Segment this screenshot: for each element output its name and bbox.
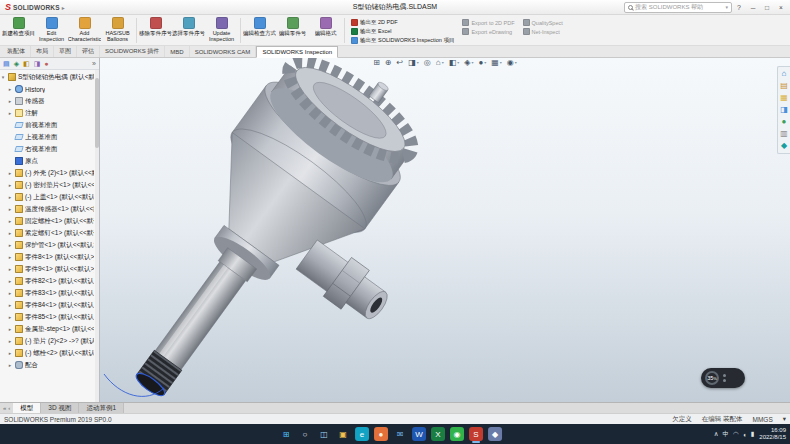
edit-inspection-method-button[interactable]: 编辑检查方式 (243, 16, 276, 45)
edit-inspection-button[interactable]: Edit Inspection (35, 16, 68, 45)
bottom-tab-0[interactable]: 模型 (13, 403, 41, 413)
tree-item[interactable]: 原点 (0, 155, 99, 167)
export-inspection-project-cn-button[interactable]: 输出至 SOLIDWORKS Inspection 项目 (351, 37, 454, 44)
file-explorer-icon[interactable]: ▣ (336, 427, 350, 441)
expand-arrow-icon[interactable]: ▸ (7, 98, 13, 104)
tab-2[interactable]: 草图 (54, 46, 77, 57)
tree-item[interactable]: ▸零件8<1> (默认<<默认>_显示状态 (0, 251, 99, 263)
tab-0[interactable]: 装配体 (2, 46, 31, 57)
graphics-viewport[interactable]: ⊞⊕↩◨▾◎⌂▾◧▾◈▾●▾▦▾◉▾ ⌂▤▦◨●▥◆ 35% (100, 58, 790, 402)
tree-item[interactable]: ▸(-) 垫片 (2)<2> ->? (默认<<默认>_显 (0, 335, 99, 347)
hide-show-items-icon[interactable]: ◈▾ (464, 59, 473, 67)
design-library-icon[interactable]: ▤ (780, 82, 788, 90)
excel-icon[interactable]: X (431, 427, 445, 441)
tree-scrollbar-thumb[interactable] (95, 78, 99, 148)
expand-arrow-icon[interactable]: ▸ (7, 254, 13, 260)
expand-arrow-icon[interactable]: ▾ (0, 74, 6, 80)
tree-item[interactable]: ▸紧定螺钉<1> (默认<<默认>_显示状态 (0, 227, 99, 239)
expand-arrow-icon[interactable]: ▸ (7, 314, 13, 320)
taskbar-clock[interactable]: 16:09 2022/8/15 (759, 427, 786, 442)
tree-scrollbar[interactable] (95, 70, 99, 402)
tree-item[interactable]: ▸零件82<1> (默认<<默认>_显示状态 (0, 275, 99, 287)
annotation-view-icon[interactable]: ◎ (424, 59, 431, 67)
section-view-icon[interactable]: ◨▾ (408, 59, 419, 67)
battery-icon[interactable]: ▮ (751, 430, 755, 438)
word-icon[interactable]: W (412, 427, 426, 441)
panel-expand-icon[interactable]: » (92, 60, 96, 67)
bottom-tab-1[interactable]: 3D 视图 (41, 403, 79, 413)
tab-scroll-icon[interactable]: « (3, 405, 6, 411)
search-icon[interactable]: ○ (298, 427, 312, 441)
select-balloons-button[interactable]: 选择零件序号 (172, 16, 205, 45)
update-inspection-project-button[interactable]: Update Inspection Project (205, 16, 238, 45)
tree-item[interactable]: ▸零件85<1> (默认<<默认>_显示状态 (0, 311, 99, 323)
expand-arrow-icon[interactable]: ▸ (7, 182, 13, 188)
mail-icon[interactable]: ✉ (393, 427, 407, 441)
solidworks-logo[interactable]: S SOLIDWORKS ▸ (2, 3, 68, 12)
tree-item[interactable]: ▸零件9<1> (默认<<默认>_显示状态 (0, 263, 99, 275)
tree-item[interactable]: ▸(-) 上盖<1> (默认<<默认>_显示状态 (0, 191, 99, 203)
expand-arrow-icon[interactable]: ▸ (7, 206, 13, 212)
settings-icon[interactable]: ◆ (488, 427, 502, 441)
previous-view-icon[interactable]: ↩ (397, 59, 404, 67)
expand-arrow-icon[interactable]: ▸ (7, 170, 13, 176)
expand-arrow-icon[interactable]: ▸ (7, 242, 13, 248)
tree-item[interactable]: ▸保护管<1> (默认<<默认>_显示状态 (0, 239, 99, 251)
forum-icon[interactable]: ◆ (781, 142, 787, 150)
bottom-tab-2[interactable]: 运动算例1 (79, 403, 124, 413)
expand-arrow-icon[interactable]: ▸ (7, 326, 13, 332)
tree-item[interactable]: ▾S型铂铑铂热电偶 (默认<默认_显示状态-1>) (0, 71, 99, 83)
tree-item[interactable]: ▸固定螺栓<1> (默认<<默认>_显示状态 (0, 215, 99, 227)
tree-item[interactable]: ▸注解 (0, 107, 99, 119)
edge-icon[interactable]: e (355, 427, 369, 441)
tree-item[interactable]: ▸温度传感器<1> (默认<<默认>_显示状 (0, 203, 99, 215)
appearances-scenes-icon[interactable]: ● (782, 118, 787, 126)
display-style-icon[interactable]: ◧▾ (449, 59, 460, 67)
zoom-area-icon[interactable]: ⊕ (385, 59, 392, 67)
tree-item[interactable]: ▸配合 (0, 359, 99, 371)
close-button[interactable]: × (774, 0, 788, 14)
menu-expand-icon[interactable]: ▸ (62, 4, 65, 11)
qualityspect-button[interactable]: QualitySpect (523, 19, 563, 26)
file-explorer-pane-icon[interactable]: ▦ (780, 94, 788, 102)
tree-item[interactable]: ▸(-) 密封垫片<1> (默认<<默认>_显示状 (0, 179, 99, 191)
thermocouple-model[interactable] (100, 58, 490, 402)
maximize-button[interactable]: □ (760, 0, 774, 14)
search-caret-icon[interactable]: ▾ (726, 4, 729, 10)
new-inspection-project-button[interactable]: 新建检查项目 (2, 16, 35, 45)
tab-4[interactable]: SOLIDWORKS 插件 (100, 46, 165, 57)
tree-item[interactable]: ▸(-) 外壳 (2)<1> (默认<<默认>_显示状态 (0, 167, 99, 179)
dimxpertmanager-tab-icon[interactable]: ◨ (34, 60, 41, 67)
tab-1[interactable]: 布局 (31, 46, 54, 57)
volume-icon[interactable]: ◖ (743, 431, 747, 438)
export-edrawing-button[interactable]: Export eDrawing (462, 28, 514, 35)
3d-model-canvas[interactable] (100, 58, 790, 402)
tab-scroll-icon[interactable]: ‹ (8, 405, 10, 411)
tree-item[interactable]: ▸History (0, 83, 99, 95)
custom-properties-icon[interactable]: ▥ (780, 130, 788, 138)
tree-item[interactable]: ▸零件84<1> (默认<<默认>_显示状态 (0, 299, 99, 311)
edit-appearance-icon[interactable]: ●▾ (478, 59, 486, 67)
configurationmanager-tab-icon[interactable]: ◧ (23, 60, 30, 67)
browser-icon[interactable]: ● (374, 427, 388, 441)
propertymanager-tab-icon[interactable]: ◈ (14, 60, 19, 67)
expand-arrow-icon[interactable]: ▸ (7, 278, 13, 284)
tree-item[interactable]: 上视基准面 (0, 131, 99, 143)
search-input[interactable]: 搜索 SOLIDWORKS 帮助 ▾ (624, 2, 732, 13)
tray-chevron-icon[interactable]: ∧ (714, 430, 719, 438)
add-characteristic-button[interactable]: Add Characteristic (68, 16, 101, 45)
tree-item[interactable]: 前视基准面 (0, 119, 99, 131)
ime-indicator[interactable]: 中 (723, 430, 730, 439)
tab-3[interactable]: 评估 (77, 46, 100, 57)
tree-item[interactable]: ▸传感器 (0, 95, 99, 107)
expand-arrow-icon[interactable]: ▸ (7, 86, 13, 92)
expand-arrow-icon[interactable]: ▸ (7, 194, 13, 200)
help-icon[interactable]: ? (735, 4, 743, 11)
remove-balloons-button[interactable]: 移除零件序号 (139, 16, 172, 45)
expand-arrow-icon[interactable]: ▸ (7, 302, 13, 308)
expand-arrow-icon[interactable]: ▸ (7, 338, 13, 344)
expand-arrow-icon[interactable]: ▸ (7, 230, 13, 236)
zoom-fit-icon[interactable]: ⊞ (373, 59, 380, 67)
wechat-icon[interactable]: ◉ (450, 427, 464, 441)
displaymanager-tab-icon[interactable]: ● (44, 60, 48, 67)
